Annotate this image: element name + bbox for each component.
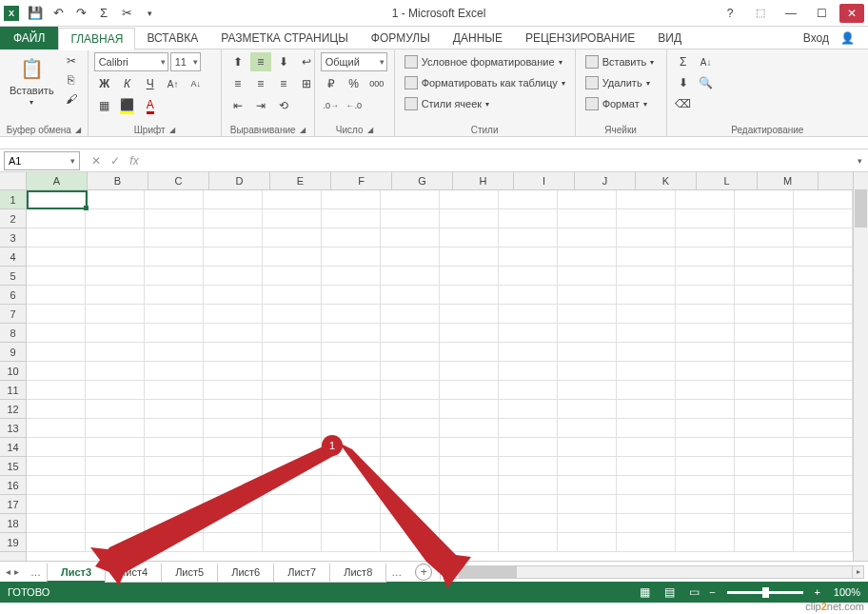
increase-indent-button[interactable]: ⇥ <box>250 96 271 115</box>
cell[interactable] <box>617 381 676 400</box>
cell[interactable] <box>322 495 381 514</box>
cell[interactable] <box>27 438 86 457</box>
cell[interactable] <box>499 286 558 305</box>
number-format-combo[interactable]: Общий <box>321 52 387 71</box>
cell[interactable] <box>263 533 322 552</box>
cell[interactable] <box>676 514 735 533</box>
sheet-tab[interactable]: Лист4 <box>105 564 162 583</box>
cell[interactable] <box>27 190 86 209</box>
column-header[interactable]: A <box>27 172 88 189</box>
cell[interactable] <box>558 286 617 305</box>
wrap-text-button[interactable]: ↩ <box>296 52 317 71</box>
cell[interactable] <box>558 248 617 267</box>
cell[interactable] <box>558 514 617 533</box>
cell[interactable] <box>794 209 853 228</box>
cell[interactable] <box>499 324 558 343</box>
format-painter-button[interactable]: 🖌 <box>61 90 82 108</box>
cell[interactable] <box>86 305 145 324</box>
zoom-out-icon[interactable]: − <box>709 586 715 598</box>
alignment-dialog-launcher[interactable]: ◢ <box>300 126 306 134</box>
cell[interactable] <box>145 457 204 476</box>
cell[interactable] <box>499 476 558 495</box>
cell[interactable] <box>322 438 381 457</box>
sort-filter-button[interactable]: A↓ <box>696 52 717 71</box>
cell[interactable] <box>440 476 499 495</box>
cell[interactable] <box>794 438 853 457</box>
cell[interactable] <box>735 495 794 514</box>
sheet-tab[interactable]: Лист8 <box>329 564 386 583</box>
ribbon-tab-0[interactable]: ГЛАВНАЯ <box>58 28 135 50</box>
cell[interactable] <box>794 476 853 495</box>
row-header[interactable]: 9 <box>0 343 26 362</box>
cell[interactable] <box>204 190 263 209</box>
fill-color-button[interactable]: ⬛ <box>117 96 138 115</box>
cell[interactable] <box>499 362 558 381</box>
cell[interactable] <box>794 381 853 400</box>
cell[interactable] <box>263 209 322 228</box>
cell[interactable] <box>145 381 204 400</box>
cell[interactable] <box>263 438 322 457</box>
cell[interactable] <box>676 248 735 267</box>
row-header[interactable]: 19 <box>0 533 26 552</box>
cell[interactable] <box>86 248 145 267</box>
cell[interactable] <box>145 533 204 552</box>
cell[interactable] <box>440 362 499 381</box>
ribbon-tab-4[interactable]: ДАННЫЕ <box>442 27 514 50</box>
cell[interactable] <box>145 305 204 324</box>
cell[interactable] <box>617 190 676 209</box>
cell[interactable] <box>794 533 853 552</box>
cell[interactable] <box>27 400 86 419</box>
cell[interactable] <box>204 362 263 381</box>
delete-cells-button[interactable]: Удалить▾ <box>582 73 654 92</box>
cell[interactable] <box>27 381 86 400</box>
cell[interactable] <box>735 305 794 324</box>
cell[interactable] <box>86 228 145 248</box>
bold-button[interactable]: Ж <box>94 74 115 93</box>
cell[interactable] <box>381 476 440 495</box>
column-header[interactable]: D <box>209 172 270 189</box>
cell[interactable] <box>263 457 322 476</box>
cell[interactable] <box>86 495 145 514</box>
cell[interactable] <box>381 514 440 533</box>
cell[interactable] <box>27 419 86 438</box>
cell[interactable] <box>204 305 263 324</box>
qat-dropdown-icon[interactable]: ▾ <box>139 3 160 24</box>
cell[interactable] <box>735 286 794 305</box>
column-header[interactable]: E <box>270 172 331 189</box>
cell[interactable] <box>263 400 322 419</box>
cell[interactable] <box>263 362 322 381</box>
cell[interactable] <box>676 495 735 514</box>
cell[interactable] <box>617 438 676 457</box>
redo-icon[interactable]: ↷ <box>70 3 91 24</box>
font-dialog-launcher[interactable]: ◢ <box>169 126 175 134</box>
cell[interactable] <box>794 305 853 324</box>
conditional-formatting-button[interactable]: Условное форматирование▾ <box>401 52 566 71</box>
cell[interactable] <box>145 248 204 267</box>
border-button[interactable]: ▦ <box>94 96 115 115</box>
insert-cells-button[interactable]: Вставить▾ <box>582 52 659 71</box>
cell[interactable] <box>794 457 853 476</box>
cell[interactable] <box>86 190 145 209</box>
cell[interactable] <box>322 514 381 533</box>
cell[interactable] <box>381 381 440 400</box>
sheet-nav-first-icon[interactable]: ◂ <box>6 566 10 577</box>
cell[interactable] <box>558 343 617 362</box>
help-icon[interactable]: ? <box>718 4 742 23</box>
cell[interactable] <box>27 228 86 248</box>
row-header[interactable]: 14 <box>0 438 26 457</box>
decrease-font-button[interactable]: A↓ <box>186 74 207 93</box>
select-all-corner[interactable] <box>0 172 27 190</box>
format-as-table-button[interactable]: Форматировать как таблицу▾ <box>401 73 569 92</box>
row-header[interactable]: 12 <box>0 400 26 419</box>
cell[interactable] <box>440 343 499 362</box>
cell[interactable] <box>27 343 86 362</box>
autosum-icon[interactable]: Σ <box>93 3 114 24</box>
paste-button[interactable]: 📋 Вставить ▾ <box>6 52 58 109</box>
cell[interactable] <box>145 514 204 533</box>
cell[interactable] <box>617 533 676 552</box>
cell[interactable] <box>676 381 735 400</box>
cell[interactable] <box>499 514 558 533</box>
cell[interactable] <box>676 324 735 343</box>
cell[interactable] <box>86 400 145 419</box>
close-icon[interactable]: ✕ <box>839 4 864 23</box>
